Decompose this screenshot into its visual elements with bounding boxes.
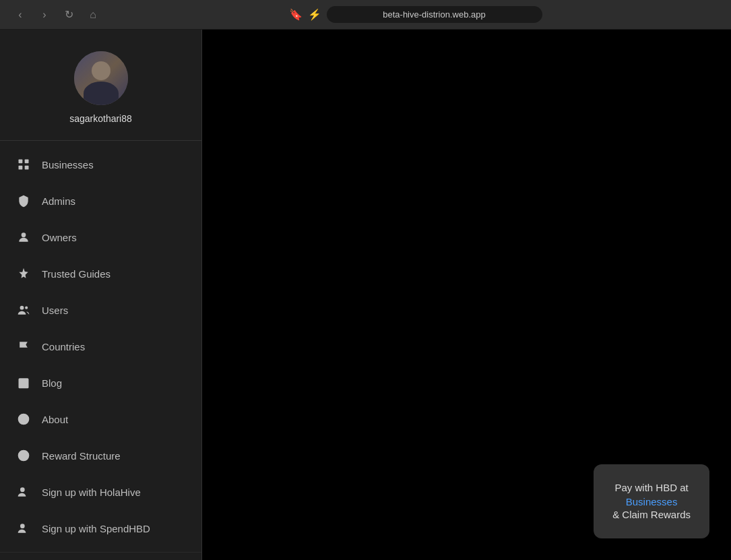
shield-icon	[16, 193, 31, 208]
info-icon	[16, 412, 31, 427]
trusted-guides-label: Trusted Guides	[42, 268, 110, 280]
about-label: About	[42, 414, 68, 425]
svg-rect-11	[21, 384, 22, 385]
svg-point-26	[20, 524, 25, 528]
username: sagarkothari88	[69, 113, 132, 124]
nav-menu: Businesses Admins Owners	[0, 141, 201, 552]
address-bar: 🔖 ⚡	[110, 6, 720, 23]
sidebar-item-reward-structure[interactable]: Reward Structure	[0, 437, 201, 474]
person-icon	[16, 230, 31, 245]
main-content: Pay with HBD at Businesses & Claim Rewar…	[202, 30, 731, 560]
back-button[interactable]: ‹	[11, 5, 30, 24]
svg-rect-12	[23, 384, 25, 385]
blog-label: Blog	[42, 377, 62, 389]
svg-point-18	[22, 454, 26, 458]
promo-line1: Pay with HBD at	[612, 480, 691, 496]
svg-point-6	[25, 307, 28, 309]
promo-line2: & Claim Rewards	[612, 507, 691, 523]
admins-label: Admins	[42, 195, 75, 207]
person-add-spendhbd-icon	[16, 521, 31, 536]
browser-chrome: ‹ › ↻ ⌂ 🔖 ⚡	[0, 0, 731, 30]
svg-point-5	[20, 306, 24, 310]
svg-point-23	[20, 487, 25, 492]
url-input[interactable]	[327, 6, 542, 23]
bookmark-button[interactable]: 🔖	[289, 8, 303, 21]
reward-structure-label: Reward Structure	[42, 450, 121, 462]
countries-label: Countries	[42, 341, 85, 352]
promo-highlight: Businesses	[612, 496, 691, 507]
sidebar-item-signup-spendhbd[interactable]: Sign up with SpendHBD	[0, 510, 201, 547]
sidebar-item-signup-holahive[interactable]: Sign up with HolaHive	[0, 474, 201, 510]
sidebar-item-users[interactable]: Users	[0, 292, 201, 328]
sidebar-item-businesses[interactable]: Businesses	[0, 146, 201, 183]
favicon-icon: ⚡	[308, 8, 321, 21]
businesses-label: Businesses	[42, 159, 94, 170]
person-add-holahive-icon	[16, 485, 31, 499]
reload-button[interactable]: ↻	[59, 5, 78, 24]
svg-rect-0	[19, 160, 23, 164]
sidebar-item-blog[interactable]: Blog	[0, 365, 201, 401]
disc-icon	[16, 448, 31, 463]
group-icon	[16, 303, 31, 317]
sidebar-item-admins[interactable]: Admins	[0, 183, 201, 219]
promo-card: Pay with HBD at Businesses & Claim Rewar…	[594, 464, 709, 538]
calendar-icon	[16, 375, 31, 390]
avatar-image	[74, 51, 128, 105]
sidebar: sagarkothari88 Businesses Admins	[0, 30, 202, 560]
svg-rect-2	[19, 166, 23, 170]
sidebar-item-owners[interactable]: Owners	[0, 219, 201, 255]
sidebar-item-countries[interactable]: Countries	[0, 328, 201, 365]
user-profile: sagarkothari88	[0, 30, 201, 141]
svg-rect-3	[25, 166, 29, 170]
app-container: sagarkothari88 Businesses Admins	[0, 30, 731, 560]
signup-spendhbd-label: Sign up with SpendHBD	[42, 523, 150, 534]
nav-buttons: ‹ › ↻ ⌂	[11, 5, 102, 24]
sidebar-item-trusted-guides[interactable]: Trusted Guides	[0, 255, 201, 292]
flag-icon	[16, 339, 31, 354]
sidebar-item-about[interactable]: About	[0, 401, 201, 437]
svg-point-16	[24, 416, 24, 417]
avatar	[74, 51, 128, 105]
svg-rect-1	[25, 160, 29, 164]
grid-icon	[16, 157, 31, 172]
ribbon-icon	[16, 266, 31, 281]
owners-label: Owners	[42, 232, 77, 243]
svg-rect-7	[19, 378, 29, 388]
users-label: Users	[42, 305, 68, 316]
svg-point-4	[22, 232, 26, 237]
home-button[interactable]: ⌂	[84, 5, 102, 24]
app-version-row: App Version 1.0.0 (0055)	[0, 552, 201, 560]
signup-holahive-label: Sign up with HolaHive	[42, 487, 141, 498]
forward-button[interactable]: ›	[35, 5, 54, 24]
